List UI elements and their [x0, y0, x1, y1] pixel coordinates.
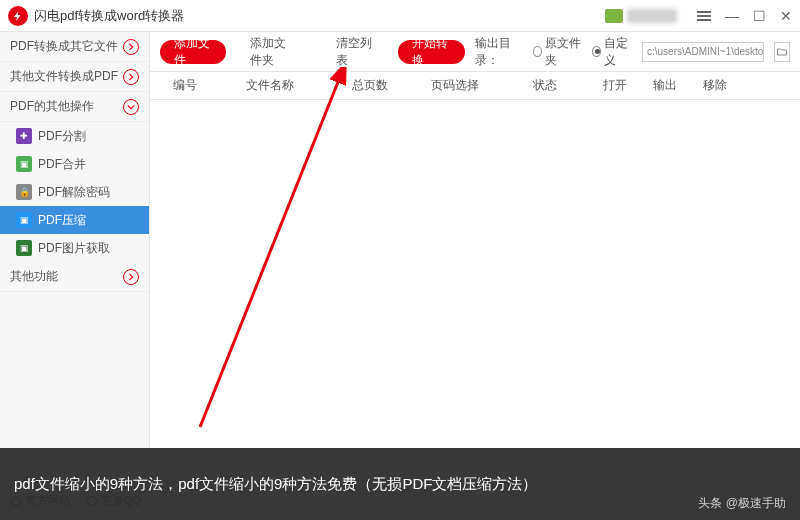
user-name-blurred [627, 9, 677, 23]
col-pages: 总页数 [330, 77, 410, 94]
caption-source: 头条 @极速手助 [698, 495, 786, 512]
col-range: 页码选择 [410, 77, 500, 94]
caption-overlay: pdf文件缩小的9种方法，pdf文件缩小的9种方法免费（无损PDF文档压缩方法）… [0, 448, 800, 520]
sidebar-item-compress[interactable]: ▣ PDF压缩 [0, 206, 149, 234]
sidebar-section-other-to-pdf[interactable]: 其他文件转换成PDF [0, 62, 149, 92]
start-convert-button[interactable]: 开始转换 [398, 40, 464, 64]
minimize-button[interactable]: — [725, 8, 739, 24]
chevron-right-icon [123, 69, 139, 85]
col-output: 输出 [640, 77, 690, 94]
chevron-right-icon [123, 39, 139, 55]
split-icon: ✚ [16, 128, 32, 144]
sidebar-item-split[interactable]: ✚ PDF分割 [0, 122, 149, 150]
menu-button[interactable] [697, 11, 711, 21]
caption-text: pdf文件缩小的9种方法，pdf文件缩小的9种方法免费（无损PDF文档压缩方法） [14, 473, 678, 496]
browse-folder-button[interactable] [774, 42, 790, 62]
toolbar: 添加文件 添加文件夹 清空列表 开始转换 输出目录： 原文件夹 自定义 c:\u… [150, 32, 800, 72]
table-header: 编号 文件名称 总页数 页码选择 状态 打开 输出 移除 [150, 72, 800, 100]
main-panel: 添加文件 添加文件夹 清空列表 开始转换 输出目录： 原文件夹 自定义 c:\u… [150, 32, 800, 480]
output-path-input[interactable]: c:\users\ADMINI~1\desktop [642, 42, 764, 62]
col-status: 状态 [500, 77, 590, 94]
file-list-area [150, 100, 800, 480]
lock-icon: 🔒 [16, 184, 32, 200]
radio-custom-folder[interactable]: 自定义 [592, 35, 632, 69]
sidebar-section-pdf-to-other[interactable]: PDF转换成其它文件 [0, 32, 149, 62]
col-name: 文件名称 [210, 77, 330, 94]
app-logo [8, 6, 28, 26]
sidebar-item-extract-images[interactable]: ▣ PDF图片获取 [0, 234, 149, 262]
radio-source-folder[interactable]: 原文件夹 [533, 35, 582, 69]
merge-icon: ▣ [16, 156, 32, 172]
add-file-button[interactable]: 添加文件 [160, 40, 226, 64]
sidebar-section-other-funcs[interactable]: 其他功能 [0, 262, 149, 292]
sidebar: PDF转换成其它文件 其他文件转换成PDF PDF的其他操作 ✚ PDF分割 ▣… [0, 32, 150, 480]
col-remove: 移除 [690, 77, 740, 94]
app-title: 闪电pdf转换成word转换器 [34, 7, 605, 25]
sidebar-item-unlock[interactable]: 🔒 PDF解除密码 [0, 178, 149, 206]
col-open: 打开 [590, 77, 640, 94]
image-icon: ▣ [16, 240, 32, 256]
compress-icon: ▣ [16, 212, 32, 228]
titlebar: 闪电pdf转换成word转换器 — ☐ ✕ [0, 0, 800, 32]
col-index: 编号 [160, 77, 210, 94]
output-dir-label: 输出目录： [475, 35, 523, 69]
folder-icon [776, 46, 788, 58]
user-badge-icon [605, 9, 623, 23]
sidebar-item-merge[interactable]: ▣ PDF合并 [0, 150, 149, 178]
add-folder-button[interactable]: 添加文件夹 [236, 40, 312, 64]
close-button[interactable]: ✕ [780, 8, 792, 24]
chevron-right-icon [123, 269, 139, 285]
clear-list-button[interactable]: 清空列表 [322, 40, 388, 64]
chevron-down-icon [123, 99, 139, 115]
maximize-button[interactable]: ☐ [753, 8, 766, 24]
sidebar-section-pdf-ops[interactable]: PDF的其他操作 [0, 92, 149, 122]
